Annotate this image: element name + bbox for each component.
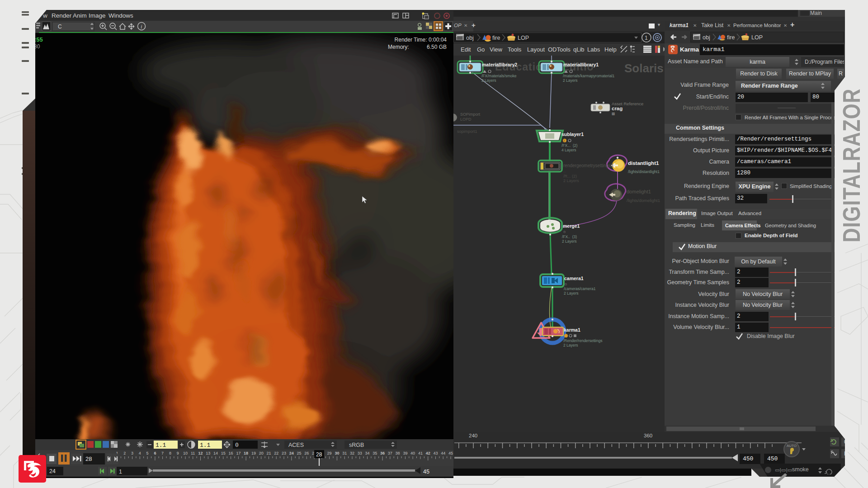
svg-text:fire: fire — [492, 35, 500, 41]
svg-text:0: 0 — [235, 442, 239, 449]
svg-text:28: 28 — [316, 451, 322, 458]
svg-text:24: 24 — [49, 468, 56, 474]
svg-text:1.1: 1.1 — [156, 442, 166, 449]
svg-text:45: 45 — [423, 469, 429, 475]
svg-text:ACES: ACES — [288, 442, 304, 448]
svg-text:i: i — [141, 23, 142, 30]
svg-text:1: 1 — [119, 469, 122, 475]
svg-text:28: 28 — [85, 455, 92, 462]
svg-text:!: ! — [564, 139, 565, 142]
svg-text:1: 1 — [645, 35, 648, 41]
svg-text:obj: obj — [703, 34, 710, 41]
svg-text:AUTO: AUTO — [787, 444, 797, 448]
svg-text:1.1: 1.1 — [200, 442, 211, 449]
svg-text:LOP: LOP — [518, 35, 529, 41]
svg-text:sRGB: sRGB — [349, 442, 364, 448]
svg-text:LOP: LOP — [751, 34, 763, 41]
svg-text:C: C — [58, 23, 62, 30]
svg-text:fire: fire — [727, 34, 735, 41]
svg-text:obj: obj — [466, 35, 474, 41]
